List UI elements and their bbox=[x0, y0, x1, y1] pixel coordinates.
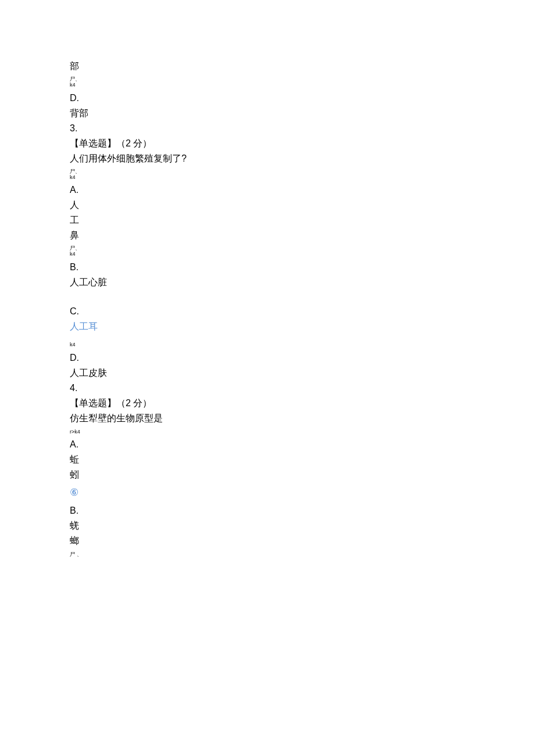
marker-prime-2: 尸 bbox=[70, 169, 75, 174]
q4-circle-marker: ⑥ bbox=[70, 485, 465, 500]
q4-optA-letter: A. bbox=[70, 438, 465, 452]
q2-optC-fragment: 部 bbox=[70, 59, 465, 73]
q2-optD-text: 背部 bbox=[70, 106, 465, 120]
q4-optA-l2: 蚓 bbox=[70, 468, 465, 482]
q4-optA-l1: 蚯 bbox=[70, 453, 465, 467]
marker-k4-2: k4 bbox=[70, 174, 465, 181]
marker-dot-3: 、 bbox=[75, 245, 80, 251]
marker-prime-3: 尸 bbox=[70, 245, 75, 251]
q3-number: 3. bbox=[70, 121, 465, 135]
q2-optD-letter: D. bbox=[70, 91, 465, 105]
q3-optA-l3: 鼻 bbox=[70, 228, 465, 242]
marker-2: 尸、 k4 bbox=[70, 169, 465, 181]
q3-optA-letter: A. bbox=[70, 183, 465, 197]
marker-prime: 尸 bbox=[70, 76, 75, 82]
marker-dot-2: 、 bbox=[75, 169, 80, 174]
marker-3: 尸、 k4 bbox=[70, 246, 465, 258]
q3-stem: 人们用体外细胞繁殖复制了? bbox=[70, 152, 465, 166]
q4-optB-l1: 蜣 bbox=[70, 519, 465, 533]
marker-4: k4 bbox=[70, 342, 465, 349]
q3-optA-l1: 人 bbox=[70, 198, 465, 212]
marker-k4-1: k4 bbox=[70, 82, 465, 89]
q3-optC-letter: C. bbox=[70, 304, 465, 318]
marker-6: 尸 、 bbox=[70, 551, 465, 558]
q4-optB-letter: B. bbox=[70, 504, 465, 518]
marker-5: r>k4 bbox=[70, 429, 465, 436]
q3-optD-text: 人工皮肤 bbox=[70, 366, 465, 380]
q3-optB-text: 人工心脏 bbox=[70, 275, 465, 289]
marker-dot: 、 bbox=[75, 76, 80, 82]
marker-1: 尸、 k4 bbox=[70, 77, 465, 89]
q4-number: 4. bbox=[70, 381, 465, 395]
marker-prime-6: 尸 bbox=[70, 551, 75, 557]
q4-tag: 【单选题】（2 分） bbox=[70, 396, 465, 410]
q4-optB-l2: 螂 bbox=[70, 534, 465, 548]
marker-k4-3: k4 bbox=[70, 251, 465, 258]
q3-optC-text: 人工耳 bbox=[70, 320, 465, 334]
q3-optD-letter: D. bbox=[70, 351, 465, 365]
marker-dot-6: 、 bbox=[77, 551, 82, 557]
q4-stem: 仿生犁壁的生物原型是 bbox=[70, 411, 465, 425]
q3-optA-l2: 工 bbox=[70, 213, 465, 227]
q3-tag: 【单选题】（2 分） bbox=[70, 137, 465, 151]
q3-optB-letter: B. bbox=[70, 260, 465, 274]
